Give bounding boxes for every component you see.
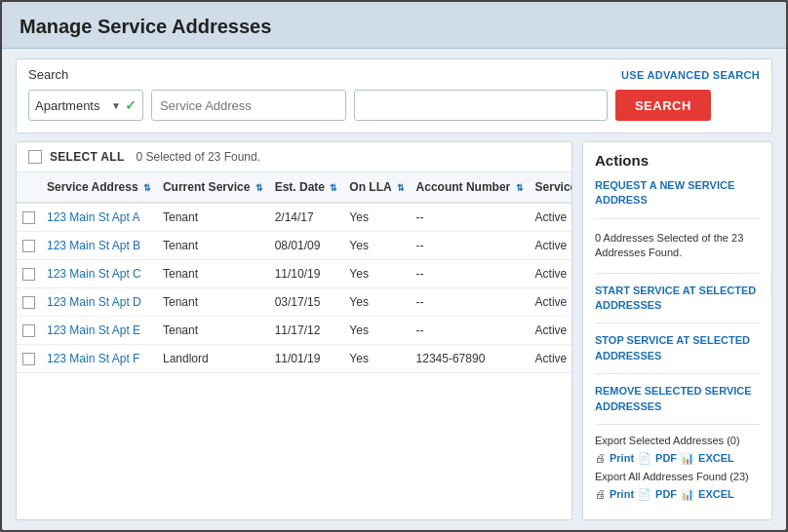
divider-1 <box>595 218 760 219</box>
cell-service-status: Active <box>530 260 571 288</box>
service-address-link[interactable]: 123 Main St Apt F <box>47 352 139 365</box>
main-window: Manage Service Addresses Search USE ADVA… <box>0 0 788 532</box>
search-text-input[interactable] <box>354 90 608 121</box>
table-row: 123 Main St Apt F Landlord 11/01/19 Yes … <box>17 345 571 373</box>
cell-account-number: 12345-67890 <box>411 345 530 373</box>
advanced-search-link[interactable]: USE ADVANCED SEARCH <box>621 69 760 81</box>
cell-est-date: 2/14/17 <box>269 203 344 232</box>
data-table: Service Address ⇅ Current Service ⇅ Est.… <box>17 172 571 373</box>
table-row: 123 Main St Apt A Tenant 2/14/17 Yes -- … <box>17 203 571 232</box>
row-checkbox-cell <box>17 232 41 260</box>
export-selected-label: Export Selected Addresses (0) <box>595 435 760 446</box>
table-body: 123 Main St Apt A Tenant 2/14/17 Yes -- … <box>17 203 571 373</box>
excel-selected-link[interactable]: EXCEL <box>698 452 734 464</box>
row-checkbox[interactable] <box>22 268 35 281</box>
col-account-number[interactable]: Account Number ⇅ <box>411 172 530 203</box>
cell-service-address: 123 Main St Apt B <box>41 232 157 260</box>
cell-service-address: 123 Main St Apt E <box>41 317 157 345</box>
row-checkbox[interactable] <box>22 211 35 224</box>
cell-est-date: 03/17/15 <box>269 288 344 317</box>
col-service-address[interactable]: Service Address ⇅ <box>41 172 157 203</box>
service-address-link[interactable]: 123 Main St Apt C <box>47 267 141 281</box>
col-service-status[interactable]: Service Status ⇅ <box>530 172 571 203</box>
cell-on-lla: Yes <box>343 317 410 345</box>
pdf-icon: 📄 <box>638 452 651 465</box>
cell-service-address: 123 Main St Apt C <box>41 260 157 288</box>
row-checkbox[interactable] <box>22 296 35 309</box>
search-label: Search <box>28 67 68 82</box>
actions-title: Actions <box>595 152 760 169</box>
service-address-link[interactable]: 123 Main St Apt E <box>47 323 140 337</box>
service-address-link[interactable]: 123 Main St Apt D <box>47 295 141 309</box>
col-on-lla[interactable]: On LLA ⇅ <box>343 172 410 203</box>
cell-service-address: 123 Main St Apt D <box>41 288 157 317</box>
category-dropdown[interactable]: Apartments Commercial Residential <box>35 98 107 113</box>
cell-service-status: Active <box>530 232 571 260</box>
print-all-icon: 🖨 <box>595 488 606 500</box>
remove-selected-link[interactable]: REMOVE SELECTED SERVICE ADDRESSES <box>595 384 760 414</box>
print-icon: 🖨 <box>595 452 606 464</box>
pdf-all-link[interactable]: PDF <box>655 488 677 500</box>
export-all-label: Export All Addresses Found (23) <box>595 471 760 482</box>
cell-service-status: Active <box>530 203 571 232</box>
col-est-date[interactable]: Est. Date ⇅ <box>269 172 344 203</box>
actions-panel: Actions REQUEST A NEW SERVICE ADDRESS 0 … <box>582 141 772 520</box>
cell-on-lla: Yes <box>343 260 410 288</box>
cell-current-service: Tenant <box>157 317 269 345</box>
main-row: SELECT ALL 0 Selected of 23 Found. Servi… <box>16 141 772 520</box>
pdf-selected-link[interactable]: PDF <box>655 452 677 464</box>
cell-est-date: 11/17/12 <box>269 317 344 345</box>
cell-current-service: Tenant <box>157 203 269 232</box>
pdf-all-icon: 📄 <box>638 488 651 501</box>
table-row: 123 Main St Apt B Tenant 08/01/09 Yes --… <box>17 232 571 260</box>
chevron-down-icon: ▼ <box>111 100 121 111</box>
row-checkbox[interactable] <box>22 240 35 252</box>
divider-2 <box>595 273 760 274</box>
service-address-link[interactable]: 123 Main St Apt B <box>47 239 140 252</box>
row-checkbox[interactable] <box>22 324 35 337</box>
select-all-label[interactable]: SELECT ALL <box>50 150 125 164</box>
row-checkbox-cell <box>17 317 41 345</box>
request-new-address-link[interactable]: REQUEST A NEW SERVICE ADDRESS <box>595 178 760 209</box>
select-all-checkbox[interactable] <box>28 150 42 164</box>
check-icon: ✓ <box>125 97 137 113</box>
sort-icon-est: ⇅ <box>330 183 337 193</box>
col-checkbox <box>17 172 41 203</box>
cell-current-service: Tenant <box>157 260 269 288</box>
cell-current-service: Landlord <box>157 345 269 373</box>
content-area: Search USE ADVANCED SEARCH Apartments Co… <box>2 49 786 530</box>
sort-icon-account: ⇅ <box>516 183 524 193</box>
excel-all-link[interactable]: EXCEL <box>698 488 734 500</box>
print-selected-link[interactable]: Print <box>610 452 634 464</box>
cell-service-status: Active <box>530 317 571 345</box>
col-current-service[interactable]: Current Service ⇅ <box>157 172 269 203</box>
table-row: 123 Main St Apt C Tenant 11/10/19 Yes --… <box>17 260 571 288</box>
cell-on-lla: Yes <box>343 345 410 373</box>
row-checkbox[interactable] <box>22 353 35 365</box>
dropdown-wrapper[interactable]: Apartments Commercial Residential ▼ ✓ <box>28 90 143 121</box>
print-all-link[interactable]: Print <box>610 488 634 500</box>
divider-4 <box>595 373 760 374</box>
service-address-input[interactable] <box>151 90 346 121</box>
divider-3 <box>595 323 760 323</box>
stop-service-link[interactable]: STOP SERVICE AT SELECTED ADDRESSES <box>595 333 760 363</box>
table-section: SELECT ALL 0 Selected of 23 Found. Servi… <box>16 141 572 520</box>
cell-current-service: Tenant <box>157 288 269 317</box>
search-section: Search USE ADVANCED SEARCH Apartments Co… <box>16 58 772 133</box>
cell-account-number: -- <box>411 203 530 232</box>
select-all-bar: SELECT ALL 0 Selected of 23 Found. <box>17 142 571 172</box>
cell-account-number: -- <box>411 232 530 260</box>
table-wrapper[interactable]: Service Address ⇅ Current Service ⇅ Est.… <box>17 172 571 519</box>
excel-all-icon: 📊 <box>681 488 694 501</box>
sort-icon-address: ⇅ <box>143 183 151 193</box>
search-button[interactable]: SEARCH <box>615 90 711 121</box>
cell-est-date: 08/01/09 <box>269 232 344 260</box>
divider-5 <box>595 424 760 425</box>
sort-icon-current: ⇅ <box>256 183 263 193</box>
selected-info: 0 Addresses Selected of the 23 Addresses… <box>595 231 760 261</box>
start-service-link[interactable]: START SERVICE AT SELECTED ADDRESSES <box>595 284 760 314</box>
row-checkbox-cell <box>17 345 41 373</box>
search-controls: Apartments Commercial Residential ▼ ✓ SE… <box>28 90 760 121</box>
service-address-link[interactable]: 123 Main St Apt A <box>47 210 139 224</box>
page-title: Manage Service Addresses <box>20 16 768 38</box>
